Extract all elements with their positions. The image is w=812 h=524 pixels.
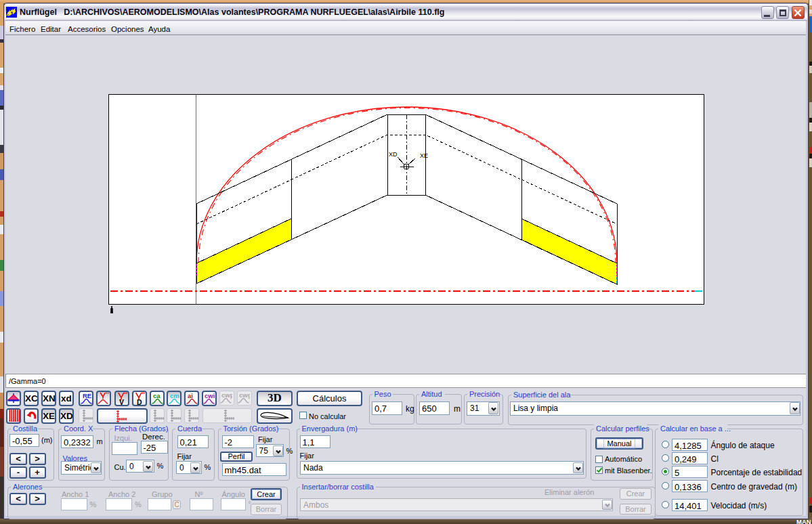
svg-text:cwp: cwp: [221, 391, 232, 399]
svg-text:XE: XE: [420, 152, 428, 159]
svg-text:XD: XD: [389, 151, 398, 158]
svg-text:D: D: [137, 398, 142, 406]
svg-text:cm: cm: [170, 392, 179, 399]
svg-text:ca: ca: [153, 392, 161, 399]
svg-text:cwg: cwg: [239, 391, 250, 399]
svg-text:RE: RE: [83, 392, 91, 399]
svg-text:ai: ai: [188, 392, 193, 399]
svg-text:V: V: [119, 398, 124, 406]
svg-text:cwi: cwi: [205, 392, 215, 399]
